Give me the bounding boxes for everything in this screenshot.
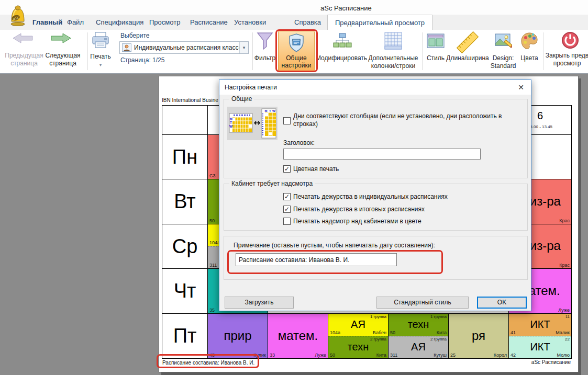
- length-width-button[interactable]: Длина/ширина: [443, 54, 492, 62]
- subject-label: матем.: [268, 328, 328, 343]
- menu-view[interactable]: Просмотр: [149, 18, 180, 26]
- note-input[interactable]: [236, 253, 397, 266]
- room-label: 25: [450, 353, 456, 358]
- extra-columns-button[interactable]: Дополнительные колонки/строки: [367, 54, 420, 70]
- room-label: 50: [209, 218, 215, 223]
- report-type-combobox[interactable]: Индивидуальные расписания классов ▾: [119, 41, 249, 54]
- group-note: Примечание (оставьте пустым, чтобы напеч…: [224, 236, 528, 280]
- fri-lesson3-group2: техн 2 группа 50 Кита: [328, 336, 388, 359]
- fri-lesson6-cell: ИКТ 11 41 Малик ИКТ 22 42 Молю: [508, 313, 572, 359]
- color-print-label: Цветная печать: [293, 165, 339, 173]
- menu-help[interactable]: Справка: [294, 18, 321, 26]
- table-corner-cell: [162, 105, 208, 135]
- menu-settings[interactable]: Установки: [234, 18, 266, 26]
- group-label: 22: [565, 337, 570, 342]
- supervision-color-checkbox[interactable]: [283, 218, 291, 225]
- subject-label: техн: [328, 340, 388, 353]
- header-input[interactable]: [283, 149, 481, 160]
- teacher-label: Кулик: [253, 353, 266, 358]
- days-as-columns-checkbox[interactable]: [283, 117, 291, 124]
- design-standard-button[interactable]: Design: Standard: [487, 54, 519, 70]
- select-label: Выберите: [120, 32, 149, 40]
- room-label: 311: [209, 263, 217, 268]
- standard-style-button[interactable]: Стандартный стиль: [376, 297, 469, 309]
- preview-toolbar: Предыдущая страница Следующая страница П…: [0, 30, 588, 74]
- duty-summary-checkbox[interactable]: ✓: [283, 206, 291, 213]
- teacher-label: Луже: [558, 308, 570, 313]
- group-general: Общие M T W: [224, 99, 528, 178]
- asc-bell-logo-icon[interactable]: aSc: [7, 4, 28, 26]
- next-page-arrow-icon[interactable]: [50, 32, 72, 44]
- general-settings-button[interactable]: Общие настройки: [278, 31, 315, 71]
- teacher-label: Молю: [557, 353, 570, 358]
- duty-individual-checkbox[interactable]: ✓: [283, 193, 291, 200]
- window-titlebar: aSc Расписание: [0, 0, 588, 15]
- modify-hierarchy-icon[interactable]: [333, 32, 352, 49]
- supervision-color-label: Печатать надсмотр над кабинетами в цвете: [293, 218, 421, 225]
- duty-summary-label: Печатать дежурства в итоговых расписания…: [293, 206, 425, 213]
- dialog-titlebar[interactable]: Настройка печати ✕: [219, 80, 531, 95]
- previous-page-arrow-icon[interactable]: [12, 32, 34, 44]
- extra-columns-grid-icon[interactable]: [384, 31, 403, 50]
- room-label: C3: [209, 173, 216, 178]
- load-button[interactable]: Загрузить: [225, 297, 294, 309]
- group-label: 11: [565, 314, 570, 319]
- group-supervision-label: Кабинет требует надсмотра: [229, 180, 315, 187]
- teacher-label: Кита: [376, 353, 386, 358]
- colors-button[interactable]: Цвета: [516, 54, 542, 62]
- colors-palette-icon[interactable]: [520, 32, 538, 50]
- general-settings-label: Общие настройки: [279, 54, 314, 69]
- day-wed: Ср: [162, 224, 208, 269]
- teacher-label: Кита: [437, 330, 447, 335]
- days-orientation-illustration: M T W M T W: [227, 107, 278, 140]
- modify-button[interactable]: Модифицировать: [312, 54, 371, 62]
- filter-button[interactable]: Фильтр: [250, 54, 280, 62]
- next-page-button[interactable]: Следующая страница: [39, 52, 87, 67]
- ok-button[interactable]: OK: [477, 297, 527, 309]
- subject-label: ря: [449, 328, 508, 343]
- subject-label: ИКТ: [509, 318, 571, 330]
- menu-file[interactable]: Файл: [67, 18, 84, 26]
- fri-lesson4-group1: техн 1 группа 50 Кита: [389, 314, 448, 336]
- filter-funnel-icon[interactable]: [256, 32, 274, 53]
- color-print-checkbox[interactable]: ✓: [283, 165, 291, 173]
- report-type-value: Индивидуальные расписания классов: [134, 44, 239, 51]
- style-window-icon[interactable]: [426, 33, 445, 49]
- length-width-ruler-icon[interactable]: [454, 31, 481, 54]
- note-label: Примечание (оставьте пустым, чтобы напеч…: [234, 242, 435, 249]
- dialog-close-icon[interactable]: ✕: [515, 82, 527, 93]
- menu-timetable[interactable]: Расписание: [190, 18, 228, 26]
- group-label: 2 группа: [370, 337, 386, 342]
- print-dropdown-caret-icon[interactable]: ▾: [96, 61, 105, 69]
- subject-label: АЯ: [389, 340, 448, 353]
- subject-label: прир: [208, 328, 268, 343]
- day-tue: Вт: [162, 179, 208, 224]
- svg-text:W: W: [272, 109, 275, 112]
- tab-print-preview[interactable]: Предварительный просмотр: [327, 15, 432, 30]
- group-label: 2 группа: [430, 337, 447, 342]
- fri-lesson2-cell: матем. 33 Луже: [268, 313, 328, 359]
- menu-glavny[interactable]: Главный: [32, 18, 62, 26]
- room-label: 33: [270, 353, 275, 358]
- subject-label: техн: [389, 318, 448, 330]
- subject-label: ИКТ: [509, 340, 571, 353]
- svg-text:M: M: [230, 117, 232, 121]
- room-label: 311: [390, 353, 397, 358]
- close-preview-button[interactable]: Закрыть предв просмотр: [545, 52, 588, 67]
- combo-dropdown-arrow-icon[interactable]: ▾: [239, 42, 248, 53]
- report-type-icon: [122, 43, 131, 52]
- room-label: 35: [209, 308, 215, 313]
- menu-specification[interactable]: Спецификация: [96, 18, 143, 26]
- teacher-label: Крас: [559, 263, 570, 268]
- school-name: IBN International Busine: [162, 97, 218, 103]
- print-button[interactable]: Печать: [88, 53, 113, 61]
- teacher-label: Кугуш: [434, 353, 447, 358]
- page-indicator: Страница: 1/25: [120, 56, 164, 64]
- close-preview-power-icon[interactable]: [561, 31, 580, 50]
- design-picture-icon[interactable]: [494, 32, 512, 50]
- room-label: 104а: [330, 330, 340, 335]
- print-icon[interactable]: [91, 31, 110, 49]
- shield-settings-icon: [289, 33, 304, 52]
- svg-text:W: W: [229, 124, 233, 128]
- svg-text:T: T: [230, 121, 232, 124]
